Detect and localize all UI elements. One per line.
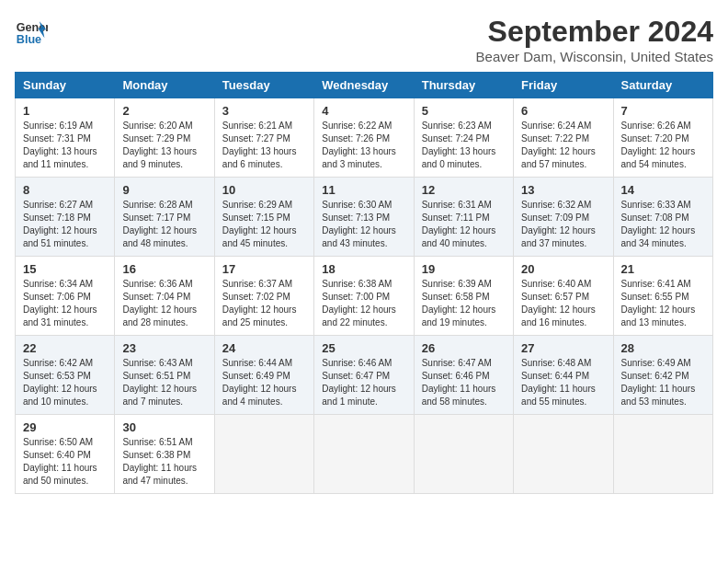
- calendar-cell: 7Sunrise: 6:26 AM Sunset: 7:20 PM Daylig…: [613, 98, 712, 178]
- calendar-week-row: 1Sunrise: 6:19 AM Sunset: 7:31 PM Daylig…: [16, 98, 713, 178]
- day-info: Sunrise: 6:28 AM Sunset: 7:17 PM Dayligh…: [122, 199, 206, 250]
- calendar-table: Sunday Monday Tuesday Wednesday Thursday…: [15, 72, 713, 494]
- svg-text:Blue: Blue: [17, 33, 41, 46]
- calendar-cell: 22Sunrise: 6:42 AM Sunset: 6:53 PM Dayli…: [16, 336, 115, 415]
- calendar-week-row: 8Sunrise: 6:27 AM Sunset: 7:18 PM Daylig…: [16, 178, 713, 257]
- day-number: 8: [23, 183, 107, 197]
- calendar-cell: 8Sunrise: 6:27 AM Sunset: 7:18 PM Daylig…: [16, 178, 115, 257]
- col-wednesday: Wednesday: [314, 73, 414, 98]
- day-number: 25: [322, 341, 405, 355]
- day-info: Sunrise: 6:33 AM Sunset: 7:08 PM Dayligh…: [621, 199, 705, 250]
- day-info: Sunrise: 6:42 AM Sunset: 6:53 PM Dayligh…: [23, 357, 107, 408]
- calendar-cell: [214, 415, 313, 494]
- day-info: Sunrise: 6:22 AM Sunset: 7:26 PM Dayligh…: [322, 120, 405, 171]
- day-number: 4: [322, 104, 405, 118]
- calendar-cell: 12Sunrise: 6:31 AM Sunset: 7:11 PM Dayli…: [414, 178, 513, 257]
- logo-icon: General Blue: [15, 15, 48, 48]
- calendar-cell: 21Sunrise: 6:41 AM Sunset: 6:55 PM Dayli…: [613, 257, 712, 336]
- day-info: Sunrise: 6:48 AM Sunset: 6:44 PM Dayligh…: [521, 357, 605, 408]
- day-number: 7: [621, 104, 705, 118]
- calendar-cell: 23Sunrise: 6:43 AM Sunset: 6:51 PM Dayli…: [115, 336, 214, 415]
- day-number: 20: [521, 262, 605, 276]
- day-number: 26: [422, 341, 506, 355]
- day-info: Sunrise: 6:30 AM Sunset: 7:13 PM Dayligh…: [322, 199, 405, 250]
- calendar-cell: 3Sunrise: 6:21 AM Sunset: 7:27 PM Daylig…: [214, 98, 313, 178]
- day-number: 23: [122, 341, 206, 355]
- calendar-cell: 4Sunrise: 6:22 AM Sunset: 7:26 PM Daylig…: [314, 98, 414, 178]
- calendar-cell: 11Sunrise: 6:30 AM Sunset: 7:13 PM Dayli…: [314, 178, 414, 257]
- day-number: 3: [222, 104, 306, 118]
- col-thursday: Thursday: [414, 73, 513, 98]
- calendar-cell: 26Sunrise: 6:47 AM Sunset: 6:46 PM Dayli…: [414, 336, 513, 415]
- day-info: Sunrise: 6:47 AM Sunset: 6:46 PM Dayligh…: [422, 357, 506, 408]
- day-number: 17: [222, 262, 306, 276]
- calendar-week-row: 22Sunrise: 6:42 AM Sunset: 6:53 PM Dayli…: [16, 336, 713, 415]
- calendar-cell: 16Sunrise: 6:36 AM Sunset: 7:04 PM Dayli…: [115, 257, 214, 336]
- calendar-cell: 27Sunrise: 6:48 AM Sunset: 6:44 PM Dayli…: [514, 336, 613, 415]
- day-info: Sunrise: 6:43 AM Sunset: 6:51 PM Dayligh…: [122, 357, 206, 408]
- day-number: 24: [222, 341, 306, 355]
- calendar-cell: 1Sunrise: 6:19 AM Sunset: 7:31 PM Daylig…: [16, 98, 115, 178]
- calendar-cell: [613, 415, 712, 494]
- day-info: Sunrise: 6:38 AM Sunset: 7:00 PM Dayligh…: [322, 278, 405, 329]
- day-number: 13: [521, 183, 605, 197]
- day-number: 14: [621, 183, 705, 197]
- calendar-cell: 25Sunrise: 6:46 AM Sunset: 6:47 PM Dayli…: [314, 336, 414, 415]
- day-info: Sunrise: 6:24 AM Sunset: 7:22 PM Dayligh…: [521, 120, 605, 171]
- day-number: 28: [621, 341, 705, 355]
- day-number: 12: [422, 183, 506, 197]
- day-info: Sunrise: 6:32 AM Sunset: 7:09 PM Dayligh…: [521, 199, 605, 250]
- calendar-cell: 13Sunrise: 6:32 AM Sunset: 7:09 PM Dayli…: [514, 178, 613, 257]
- page-header: General Blue September 2024 Beaver Dam, …: [15, 15, 713, 64]
- day-number: 21: [621, 262, 705, 276]
- calendar-cell: 19Sunrise: 6:39 AM Sunset: 6:58 PM Dayli…: [414, 257, 513, 336]
- calendar-cell: 24Sunrise: 6:44 AM Sunset: 6:49 PM Dayli…: [214, 336, 313, 415]
- calendar-cell: [514, 415, 613, 494]
- calendar-cell: 28Sunrise: 6:49 AM Sunset: 6:42 PM Dayli…: [613, 336, 712, 415]
- day-info: Sunrise: 6:40 AM Sunset: 6:57 PM Dayligh…: [521, 278, 605, 329]
- calendar-cell: 18Sunrise: 6:38 AM Sunset: 7:00 PM Dayli…: [314, 257, 414, 336]
- day-number: 18: [322, 262, 405, 276]
- day-info: Sunrise: 6:26 AM Sunset: 7:20 PM Dayligh…: [621, 120, 705, 171]
- col-saturday: Saturday: [613, 73, 712, 98]
- calendar-cell: 9Sunrise: 6:28 AM Sunset: 7:17 PM Daylig…: [115, 178, 214, 257]
- day-info: Sunrise: 6:44 AM Sunset: 6:49 PM Dayligh…: [222, 357, 306, 408]
- day-info: Sunrise: 6:21 AM Sunset: 7:27 PM Dayligh…: [222, 120, 306, 171]
- calendar-week-row: 29Sunrise: 6:50 AM Sunset: 6:40 PM Dayli…: [16, 415, 713, 494]
- calendar-cell: 29Sunrise: 6:50 AM Sunset: 6:40 PM Dayli…: [16, 415, 115, 494]
- calendar-cell: 15Sunrise: 6:34 AM Sunset: 7:06 PM Dayli…: [16, 257, 115, 336]
- calendar-cell: 10Sunrise: 6:29 AM Sunset: 7:15 PM Dayli…: [214, 178, 313, 257]
- calendar-cell: 6Sunrise: 6:24 AM Sunset: 7:22 PM Daylig…: [514, 98, 613, 178]
- day-info: Sunrise: 6:49 AM Sunset: 6:42 PM Dayligh…: [621, 357, 705, 408]
- day-info: Sunrise: 6:20 AM Sunset: 7:29 PM Dayligh…: [122, 120, 206, 171]
- col-sunday: Sunday: [16, 73, 115, 98]
- calendar-cell: 30Sunrise: 6:51 AM Sunset: 6:38 PM Dayli…: [115, 415, 214, 494]
- day-info: Sunrise: 6:31 AM Sunset: 7:11 PM Dayligh…: [422, 199, 506, 250]
- day-number: 16: [122, 262, 206, 276]
- day-number: 10: [222, 183, 306, 197]
- day-number: 22: [23, 341, 107, 355]
- day-number: 6: [521, 104, 605, 118]
- calendar-cell: 20Sunrise: 6:40 AM Sunset: 6:57 PM Dayli…: [514, 257, 613, 336]
- day-info: Sunrise: 6:27 AM Sunset: 7:18 PM Dayligh…: [23, 199, 107, 250]
- day-info: Sunrise: 6:41 AM Sunset: 6:55 PM Dayligh…: [621, 278, 705, 329]
- day-number: 2: [122, 104, 206, 118]
- col-monday: Monday: [115, 73, 214, 98]
- day-info: Sunrise: 6:19 AM Sunset: 7:31 PM Dayligh…: [23, 120, 107, 171]
- day-info: Sunrise: 6:51 AM Sunset: 6:38 PM Dayligh…: [122, 436, 206, 488]
- header-row: Sunday Monday Tuesday Wednesday Thursday…: [16, 73, 713, 98]
- day-number: 15: [23, 262, 107, 276]
- calendar-subtitle: Beaver Dam, Wisconsin, United States: [476, 49, 713, 64]
- day-info: Sunrise: 6:34 AM Sunset: 7:06 PM Dayligh…: [23, 278, 107, 329]
- calendar-cell: [314, 415, 414, 494]
- day-number: 29: [23, 420, 107, 434]
- day-info: Sunrise: 6:37 AM Sunset: 7:02 PM Dayligh…: [222, 278, 306, 329]
- day-number: 11: [322, 183, 405, 197]
- day-number: 27: [521, 341, 605, 355]
- calendar-cell: 17Sunrise: 6:37 AM Sunset: 7:02 PM Dayli…: [214, 257, 313, 336]
- title-area: September 2024 Beaver Dam, Wisconsin, Un…: [476, 15, 713, 64]
- day-info: Sunrise: 6:29 AM Sunset: 7:15 PM Dayligh…: [222, 199, 306, 250]
- day-number: 19: [422, 262, 506, 276]
- day-info: Sunrise: 6:23 AM Sunset: 7:24 PM Dayligh…: [422, 120, 506, 171]
- calendar-cell: 2Sunrise: 6:20 AM Sunset: 7:29 PM Daylig…: [115, 98, 214, 178]
